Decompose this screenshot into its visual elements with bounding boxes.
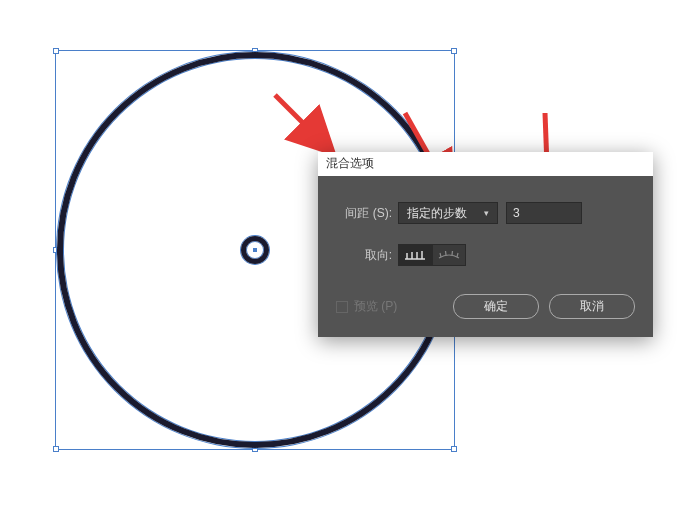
spacing-label: 间距 (S): bbox=[336, 205, 398, 222]
steps-input[interactable] bbox=[506, 202, 582, 224]
spacing-row: 间距 (S): 指定的步数 ▾ bbox=[336, 202, 635, 224]
orientation-label: 取向: bbox=[336, 247, 398, 264]
selection-handle[interactable] bbox=[451, 446, 457, 452]
preview-checkbox[interactable] bbox=[336, 301, 348, 313]
orientation-row: 取向: bbox=[336, 244, 635, 266]
dropdown-value: 指定的步数 bbox=[407, 205, 467, 222]
svg-line-13 bbox=[452, 251, 453, 255]
selection-handle[interactable] bbox=[53, 446, 59, 452]
center-anchor bbox=[253, 248, 257, 252]
dialog-footer: 预览 (P) 确定 取消 bbox=[336, 286, 635, 319]
orient-align-page-button[interactable] bbox=[398, 244, 432, 266]
dialog-title: 混合选项 bbox=[326, 156, 374, 170]
chevron-down-icon: ▾ bbox=[484, 208, 489, 218]
blend-options-dialog: 混合选项 间距 (S): 指定的步数 ▾ 取向: bbox=[318, 152, 653, 337]
orient-align-path-button[interactable] bbox=[432, 244, 466, 266]
selection-handle[interactable] bbox=[53, 48, 59, 54]
svg-line-12 bbox=[446, 251, 447, 255]
cancel-button[interactable]: 取消 bbox=[549, 294, 635, 319]
spacing-mode-dropdown[interactable]: 指定的步数 ▾ bbox=[398, 202, 498, 224]
selection-handle[interactable] bbox=[451, 48, 457, 54]
preview-label: 预览 (P) bbox=[354, 298, 397, 315]
dialog-body: 间距 (S): 指定的步数 ▾ 取向: bbox=[318, 176, 653, 337]
preview-checkbox-group[interactable]: 预览 (P) bbox=[336, 298, 397, 315]
dialog-titlebar[interactable]: 混合选项 bbox=[318, 152, 653, 176]
orientation-buttons bbox=[398, 244, 466, 266]
svg-line-14 bbox=[457, 253, 458, 257]
svg-line-11 bbox=[440, 253, 441, 257]
small-circle-shape[interactable] bbox=[241, 236, 269, 264]
orient-page-icon bbox=[403, 249, 427, 261]
ok-button[interactable]: 确定 bbox=[453, 294, 539, 319]
button-group: 确定 取消 bbox=[453, 294, 635, 319]
orient-path-icon bbox=[437, 249, 461, 261]
